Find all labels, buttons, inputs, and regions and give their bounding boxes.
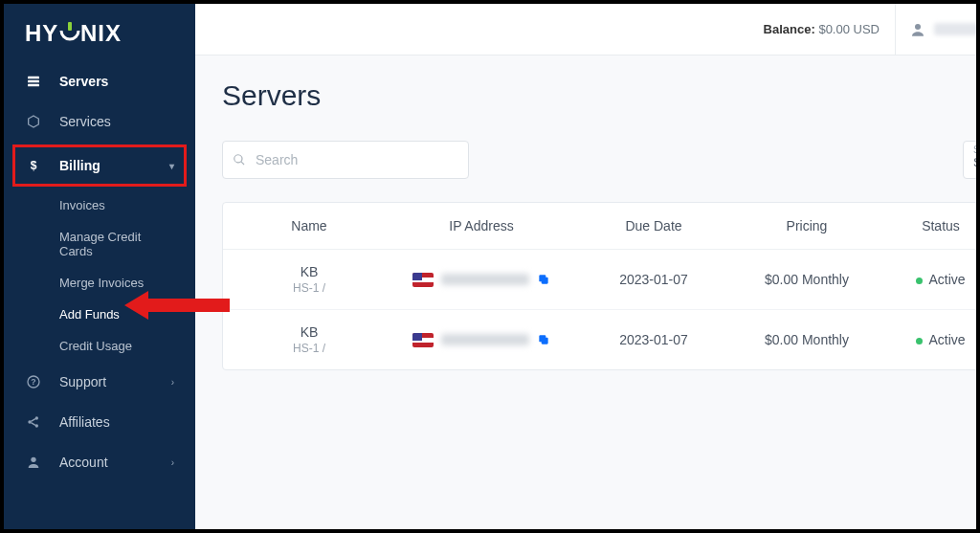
svg-text:?: ? [31, 377, 35, 387]
balance-value: $0.00 USD [818, 22, 880, 36]
svg-text:NIX: NIX [80, 21, 122, 46]
cell-due: 2023-01-07 [577, 332, 730, 347]
cell-ip [386, 273, 577, 287]
cell-name: KB HS-1 / [233, 264, 386, 295]
chevron-right-icon: › [171, 457, 174, 468]
sidebar-item-label: Account [59, 455, 171, 470]
sidebar: HY NIX Servers Services [4, 4, 195, 529]
svg-text:$: $ [31, 159, 37, 172]
server-sub: HS-1 / [233, 342, 386, 355]
main-content: Balance: $0.00 USD ▾ Servers New Order S… [195, 4, 980, 529]
svg-rect-15 [539, 275, 546, 281]
svg-rect-1 [68, 22, 72, 31]
sidebar-item-label: Services [59, 114, 174, 129]
server-sub: HS-1 / [233, 281, 386, 295]
search-box [222, 141, 469, 179]
svg-point-13 [915, 24, 921, 30]
share-icon [25, 413, 42, 431]
dollar-icon: $ [25, 157, 42, 174]
help-icon: ? [25, 373, 42, 390]
sidebar-item-affiliates[interactable]: Affiliates [4, 402, 195, 442]
search-input[interactable] [222, 141, 469, 179]
svg-marker-18 [124, 291, 230, 320]
status-dot-icon [916, 278, 923, 284]
th-name: Name [233, 218, 386, 233]
avatar-icon [909, 21, 926, 38]
cell-status: Active [883, 332, 980, 347]
chevron-right-icon: › [171, 377, 174, 388]
svg-point-12 [31, 457, 35, 462]
sidebar-item-label: Affiliates [59, 414, 174, 430]
copy-icon[interactable] [537, 333, 550, 346]
th-due: Due Date [577, 218, 730, 233]
status-text: Active [928, 332, 965, 347]
th-ip: IP Address [386, 218, 577, 233]
cell-ip [386, 333, 577, 347]
balance-label: Balance: [764, 22, 815, 36]
user-name-text [934, 23, 980, 35]
sort-value: Status [973, 155, 980, 169]
th-pricing: Pricing [730, 218, 883, 233]
servers-icon [25, 73, 42, 90]
ip-address-text [441, 334, 529, 345]
table-header: Name IP Address Due Date Pricing Status … [223, 203, 980, 250]
cell-status: Active [883, 272, 980, 287]
sidebar-sub-manage-cards[interactable]: Manage Credit Cards [4, 221, 195, 267]
sidebar-item-services[interactable]: Services [4, 101, 195, 142]
logo[interactable]: HY NIX [4, 4, 195, 61]
sidebar-item-support[interactable]: ? Support › [4, 362, 195, 402]
svg-text:HY: HY [25, 21, 58, 46]
status-text: Active [928, 272, 965, 287]
sidebar-item-billing[interactable]: $ Billing ▾ [13, 145, 186, 186]
sidebar-item-label: Servers [59, 74, 174, 89]
sort-select[interactable]: Sort Status ▾ [963, 141, 980, 179]
ip-address-text [441, 274, 529, 285]
topbar: Balance: $0.00 USD ▾ [195, 4, 980, 56]
flag-us-icon [412, 333, 434, 347]
sidebar-item-label: Billing [59, 158, 169, 173]
cell-due: 2023-01-07 [577, 272, 730, 287]
sidebar-sub-credit-usage[interactable]: Credit Usage [4, 330, 195, 362]
table-row: KB HS-1 / 2023-01-07 $0.00 Monthly Activ… [223, 310, 980, 369]
user-icon [25, 454, 42, 471]
server-name: KB [233, 264, 386, 279]
balance-display: Balance: $0.00 USD [764, 22, 880, 36]
sort-label: Sort [973, 144, 980, 155]
server-name: KB [233, 324, 386, 340]
status-dot-icon [916, 338, 923, 344]
search-icon [233, 153, 246, 167]
svg-rect-17 [539, 335, 546, 342]
chevron-down-icon: ▾ [169, 161, 174, 171]
flag-us-icon [412, 273, 434, 287]
copy-icon[interactable] [537, 273, 550, 286]
svg-rect-4 [28, 80, 39, 83]
user-menu[interactable]: ▾ [895, 4, 980, 55]
cell-pricing: $0.00 Monthly [730, 332, 883, 347]
billing-submenu: Invoices Manage Credit Cards Merge Invoi… [4, 189, 195, 362]
svg-rect-5 [28, 84, 39, 87]
sidebar-item-account[interactable]: Account › [4, 442, 195, 482]
th-status: Status [883, 218, 980, 233]
page-title: Servers [222, 79, 321, 112]
cell-pricing: $0.00 Monthly [730, 272, 883, 287]
sidebar-item-servers[interactable]: Servers [4, 61, 195, 101]
svg-rect-3 [28, 77, 39, 79]
annotation-arrow [124, 291, 230, 329]
sidebar-sub-invoices[interactable]: Invoices [4, 189, 195, 221]
sidebar-item-label: Support [59, 374, 171, 389]
cube-icon [25, 113, 42, 130]
table-row: KB HS-1 / 2023-01-07 $0.00 Monthly Activ… [223, 250, 980, 310]
servers-table: Name IP Address Due Date Pricing Status … [222, 202, 980, 370]
cell-name: KB HS-1 / [233, 324, 386, 355]
